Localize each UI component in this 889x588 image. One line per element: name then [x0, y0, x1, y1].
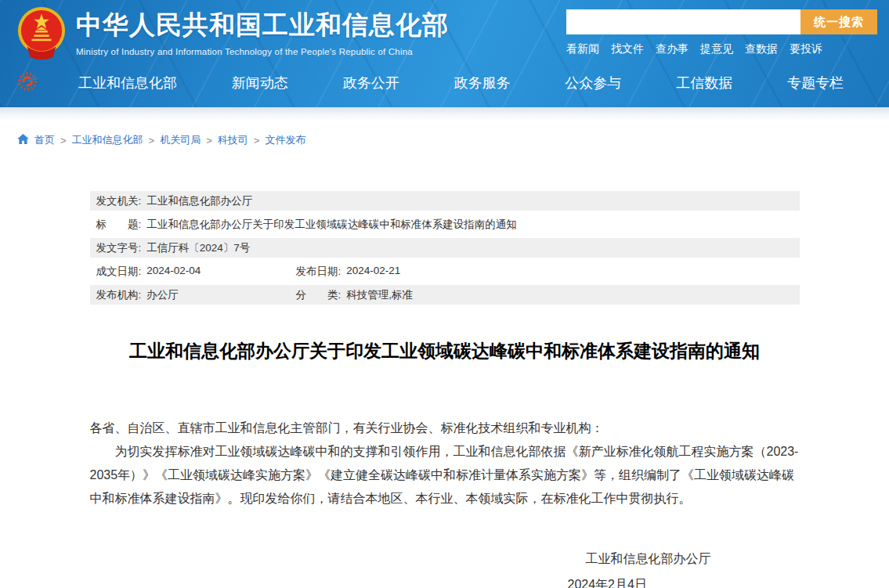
- quick-link-news[interactable]: 看新闻: [566, 42, 599, 56]
- site-title: 中华人民共和国工业和信息化部: [76, 8, 449, 43]
- meta-value: 科技管理,标准: [346, 288, 413, 302]
- breadcrumb-separator: >: [60, 135, 67, 146]
- nav-item-data[interactable]: 工信数据: [676, 74, 732, 92]
- meta-label: 发文机关:: [96, 194, 142, 208]
- meta-value: 办公厅: [146, 288, 179, 302]
- breadcrumb-separator: >: [206, 135, 212, 146]
- signature-block: 工业和信息化部办公厅 2024年2月4日: [90, 551, 800, 588]
- brand-text: 中华人民共和国工业和信息化部 Ministry of Industry and …: [76, 6, 449, 56]
- breadcrumb: 首页 > 工业和信息化部 > 机关司局 > 科技司 > 文件发布: [0, 121, 889, 147]
- meta-value: 2024-02-04: [146, 265, 201, 279]
- meta-row-doc-number: 发文字号: 工信厅科〔2024〕7号: [90, 238, 800, 258]
- signature-date: 2024年2月4日: [568, 577, 800, 588]
- quick-links: 看新闻 找文件 查办事 提意见 查数据 要投诉: [566, 42, 877, 56]
- quick-link-files[interactable]: 找文件: [611, 42, 644, 56]
- breadcrumb-separator: >: [149, 135, 155, 146]
- quick-link-complaint[interactable]: 要投诉: [790, 42, 822, 56]
- header-shadow: [0, 107, 889, 121]
- quick-link-feedback[interactable]: 提意见: [700, 42, 733, 56]
- meta-label: 标 题:: [96, 218, 142, 232]
- miit-e-logo-icon: [17, 70, 41, 96]
- meta-label: 发文字号:: [96, 241, 142, 255]
- meta-row-publisher-category: 发布机构: 办公厅 分 类: 科技管理,标准: [90, 285, 800, 305]
- body-paragraph: 为切实发挥标准对工业领域碳达峰碳中和的支撑和引领作用，工业和信息化部依据《新产业…: [90, 440, 800, 510]
- meta-value: 2024-02-21: [346, 265, 400, 279]
- quick-link-services[interactable]: 查办事: [656, 42, 688, 56]
- home-icon[interactable]: [17, 134, 29, 146]
- document-page: 发文机关: 工业和信息化部办公厅 标 题: 工业和信息化部办公厅关于印发工业领域…: [90, 191, 800, 588]
- site-header: 中华人民共和国工业和信息化部 Ministry of Industry and …: [0, 0, 889, 107]
- unified-search-button[interactable]: 统一搜索: [800, 9, 877, 34]
- meta-value: 工业和信息化部办公厅: [146, 194, 252, 208]
- meta-label: 发布机构:: [96, 288, 142, 302]
- site-brand[interactable]: 中华人民共和国工业和信息化部 Ministry of Industry and …: [17, 6, 449, 64]
- document-title: 工业和信息化部办公厅关于印发工业领域碳达峰碳中和标准体系建设指南的通知: [90, 339, 800, 363]
- meta-label: 成文日期:: [96, 265, 142, 279]
- main-nav: 工业和信息化部 新闻动态 政务公开 政务服务 公众参与 工信数据 专题专栏: [0, 64, 889, 102]
- search-input[interactable]: [566, 9, 800, 34]
- quick-link-data[interactable]: 查数据: [745, 42, 778, 56]
- meta-row-issuing-agency: 发文机关: 工业和信息化部办公厅: [90, 191, 800, 211]
- breadcrumb-separator: >: [254, 135, 260, 146]
- breadcrumb-file-release[interactable]: 文件发布: [265, 133, 305, 147]
- nav-item-topics[interactable]: 专题专栏: [787, 74, 844, 92]
- document-meta-table: 发文机关: 工业和信息化部办公厅 标 题: 工业和信息化部办公厅关于印发工业领域…: [90, 191, 800, 305]
- meta-row-title: 标 题: 工业和信息化部办公厅关于印发工业领域碳达峰碳中和标准体系建设指南的通知: [90, 215, 800, 234]
- meta-label: 发布日期:: [296, 265, 342, 279]
- site-subtitle: Ministry of Industry and Information Tec…: [76, 47, 449, 56]
- nav-item-gov-services[interactable]: 政务服务: [454, 74, 510, 92]
- nav-item-news[interactable]: 新闻动态: [232, 74, 288, 92]
- meta-value: 工业和信息化部办公厅关于印发工业领域碳达峰碳中和标准体系建设指南的通知: [146, 218, 517, 232]
- breadcrumb-bureaus[interactable]: 机关司局: [160, 133, 201, 147]
- breadcrumb-sci-tech[interactable]: 科技司: [218, 133, 248, 147]
- breadcrumb-miit[interactable]: 工业和信息化部: [72, 133, 143, 147]
- nav-item-miit[interactable]: 工业和信息化部: [78, 74, 177, 92]
- document-body: 各省、自治区、直辖市工业和信息化主管部门，有关行业协会、标准化技术组织和专业机构…: [90, 417, 800, 510]
- header-top: 中华人民共和国工业和信息化部 Ministry of Industry and …: [0, 0, 889, 64]
- meta-row-dates: 成文日期: 2024-02-04 发布日期: 2024-02-21: [90, 262, 800, 281]
- meta-value: 工信厅科〔2024〕7号: [146, 241, 250, 255]
- breadcrumb-home[interactable]: 首页: [34, 133, 55, 147]
- search-area: 统一搜索 看新闻 找文件 查办事 提意见 查数据 要投诉: [566, 6, 877, 64]
- nav-item-gov-openness[interactable]: 政务公开: [343, 74, 399, 92]
- nav-items: 工业和信息化部 新闻动态 政务公开 政务服务 公众参与 工信数据 专题专栏: [78, 74, 844, 92]
- nav-item-participation[interactable]: 公众参与: [565, 74, 621, 92]
- salutation-paragraph: 各省、自治区、直辖市工业和信息化主管部门，有关行业协会、标准化技术组织和专业机构…: [90, 417, 800, 440]
- national-emblem-icon: [17, 6, 66, 63]
- meta-label: 分 类:: [296, 288, 342, 302]
- signature-organization: 工业和信息化部办公厅: [586, 551, 800, 568]
